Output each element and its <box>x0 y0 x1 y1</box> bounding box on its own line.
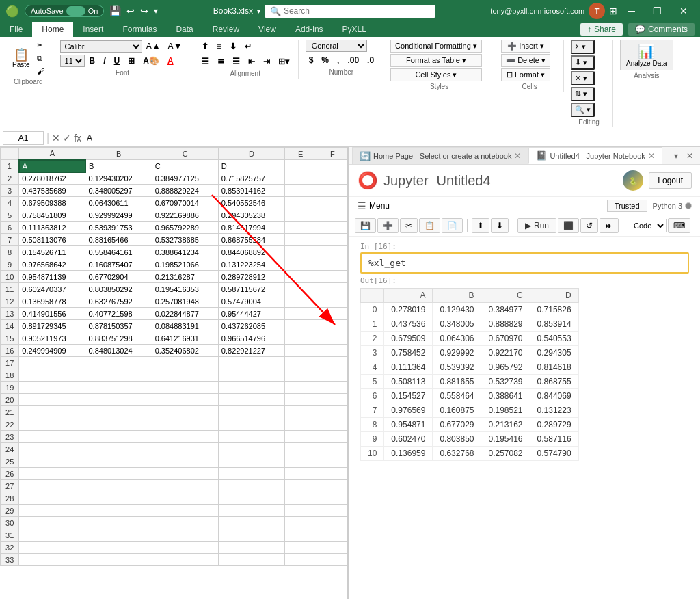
delete-button[interactable]: ➖ Delete ▾ <box>501 54 550 67</box>
grid-cell[interactable] <box>19 382 85 394</box>
format-button[interactable]: ⊟ Format ▾ <box>501 68 550 81</box>
grid-cell[interactable] <box>285 443 317 455</box>
grid-cell[interactable] <box>285 345 317 357</box>
grid-cell[interactable]: B <box>85 160 152 172</box>
insert-button[interactable]: ➕ Insert ▾ <box>501 40 550 53</box>
autosave-toggle[interactable] <box>66 6 85 16</box>
grid-cell[interactable]: 0.954871139 <box>19 271 85 283</box>
analyze-data-button[interactable]: 📊 Analyze Data <box>620 40 673 70</box>
fill-button[interactable]: ⬇ ▾ <box>571 55 595 70</box>
jupyter-notebook-name[interactable]: Untitled4 <box>437 173 491 189</box>
grid-cell[interactable] <box>19 505 85 517</box>
align-top-button[interactable]: ⬆ <box>198 40 212 53</box>
tab-data[interactable]: Data <box>166 22 202 37</box>
grid-cell[interactable] <box>19 455 85 468</box>
grid-cell[interactable] <box>317 209 347 222</box>
grid-cell[interactable] <box>317 345 347 357</box>
grid-cell[interactable] <box>317 542 347 554</box>
grid-cell[interactable] <box>19 554 85 566</box>
menu-label[interactable]: Menu <box>369 201 390 211</box>
grid-cell[interactable] <box>218 517 284 529</box>
grid-cell[interactable] <box>317 431 347 443</box>
grid-cell[interactable] <box>285 246 317 258</box>
cut-cells-button[interactable]: ✂ <box>400 218 418 233</box>
grid-cell[interactable] <box>19 529 85 542</box>
grid-cell[interactable] <box>152 529 218 542</box>
grid-cell[interactable] <box>285 542 317 554</box>
grid-cell[interactable] <box>317 332 347 345</box>
grid-cell[interactable]: 0.929992499 <box>85 209 152 222</box>
grid-cell[interactable] <box>317 271 347 283</box>
jupyter-tab-notebook[interactable]: 📓 Untitled4 - Jupyter Notebook ✕ <box>528 147 662 164</box>
grid-cell[interactable] <box>152 542 218 554</box>
grid-cell[interactable] <box>85 468 152 480</box>
insert-function-icon[interactable]: fx <box>74 133 81 144</box>
grid-cell[interactable] <box>19 431 85 443</box>
grid-cell[interactable] <box>317 234 347 246</box>
grid-cell[interactable] <box>285 468 317 480</box>
cut-button[interactable]: ✂ <box>34 40 47 51</box>
run-button[interactable]: ▶ Run <box>517 218 556 233</box>
grid-cell[interactable] <box>285 431 317 443</box>
grid-cell[interactable]: 0.249994909 <box>19 345 85 357</box>
border-button[interactable]: ⊞ <box>124 54 138 68</box>
grid-cell[interactable]: 0.891729345 <box>19 320 85 332</box>
grid-cell[interactable] <box>85 443 152 455</box>
grid-cell[interactable] <box>218 554 284 566</box>
grid-cell[interactable] <box>285 295 317 308</box>
grid-cell[interactable]: 0.587115672 <box>218 283 284 295</box>
grid-cell[interactable] <box>152 480 218 492</box>
close-button[interactable]: ✕ <box>673 3 695 19</box>
grid-cell[interactable] <box>285 382 317 394</box>
grid-cell[interactable] <box>218 529 284 542</box>
paste-button[interactable]: 📋 Paste <box>10 47 33 70</box>
grid-cell[interactable] <box>317 505 347 517</box>
grid-cell[interactable]: 0.848013024 <box>85 345 152 357</box>
tab-file[interactable]: File <box>0 22 32 37</box>
grid-cell[interactable] <box>317 492 347 505</box>
grid-cell[interactable] <box>317 295 347 308</box>
grid-cell[interactable]: C <box>152 160 218 172</box>
grid-cell[interactable]: 0.540552546 <box>218 197 284 209</box>
jupyter-tab-home-close[interactable]: ✕ <box>514 151 521 161</box>
grid-cell[interactable] <box>19 394 85 406</box>
increase-decimal-button[interactable]: .00 <box>344 53 362 67</box>
grid-cell[interactable]: 0.67702904 <box>85 271 152 283</box>
grid-cell[interactable]: 0.814617994 <box>218 222 284 234</box>
grid-cell[interactable] <box>218 505 284 517</box>
tab-insert[interactable]: Insert <box>73 22 113 37</box>
grid-cell[interactable] <box>317 258 347 271</box>
grid-cell[interactable] <box>152 455 218 468</box>
copy-cells-button[interactable]: 📋 <box>419 218 440 233</box>
grid-cell[interactable]: 0.715825757 <box>218 172 284 185</box>
grid-cell[interactable]: 0.868755284 <box>218 234 284 246</box>
grid-cell[interactable] <box>285 369 317 382</box>
cell-reference-box[interactable] <box>3 131 44 145</box>
autosave-badge[interactable]: AutoSave On <box>25 5 104 17</box>
jupyter-panel-close[interactable]: ✕ <box>684 150 696 162</box>
grid-cell[interactable]: 0.437535689 <box>19 185 85 197</box>
grid-cell[interactable]: 0.558464161 <box>85 246 152 258</box>
grid-cell[interactable] <box>285 480 317 492</box>
grid-cell[interactable]: 0.539391753 <box>85 222 152 234</box>
grid-cell[interactable] <box>19 517 85 529</box>
col-header-a[interactable]: A <box>19 148 85 160</box>
share-button[interactable]: ↑ Share <box>580 23 623 36</box>
cancel-formula-icon[interactable]: ✕ <box>52 133 60 144</box>
move-cell-up-button[interactable]: ⬆ <box>472 218 489 233</box>
grid-cell[interactable] <box>317 357 347 369</box>
grid-cell[interactable] <box>317 160 347 172</box>
grid-cell[interactable] <box>218 369 284 382</box>
grid-cell[interactable] <box>218 468 284 480</box>
col-header-d[interactable]: D <box>218 148 284 160</box>
grid-cell[interactable] <box>285 529 317 542</box>
grid-cell[interactable]: 0.294305238 <box>218 209 284 222</box>
grid-cell[interactable]: 0.154526711 <box>19 246 85 258</box>
grid-cell[interactable]: 0.111363812 <box>19 222 85 234</box>
col-header-f[interactable]: F <box>317 148 347 160</box>
grid-cell[interactable] <box>285 554 317 566</box>
grid-cell[interactable]: 0.844068892 <box>218 246 284 258</box>
grid-cell[interactable] <box>317 455 347 468</box>
grid-cell[interactable] <box>218 542 284 554</box>
wrap-text-button[interactable]: ↵ <box>241 40 255 53</box>
